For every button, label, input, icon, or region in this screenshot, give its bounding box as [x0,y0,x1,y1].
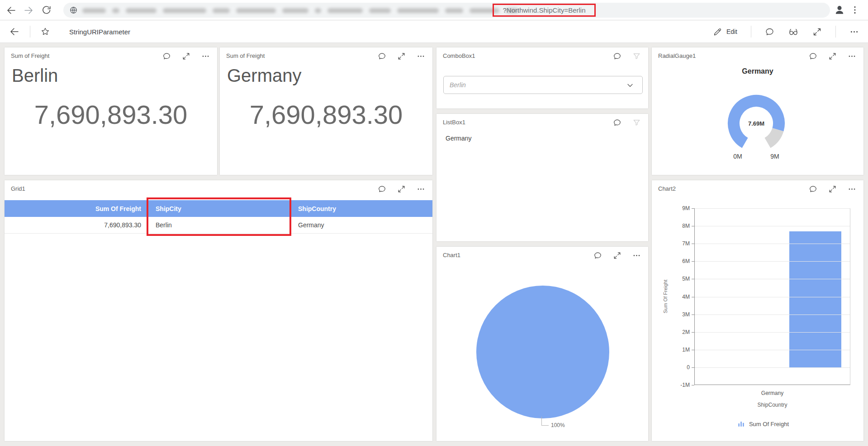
bar-germany[interactable] [789,231,841,367]
more-icon[interactable] [417,52,425,61]
filter-icon[interactable] [632,52,641,61]
browser-back-icon[interactable] [6,5,16,15]
maximize-icon[interactable] [828,185,837,193]
y-axis-tick [692,315,694,315]
gridline [695,332,850,333]
maximize-icon[interactable] [613,251,621,260]
fullscreen-icon[interactable] [812,27,822,37]
y-tick-label: 4M [652,294,690,300]
y-tick-label: 0 [652,364,690,371]
data-grid: Sum Of FreightShipCityShipCountry 7,690,… [5,200,432,234]
kpi-value: 7,690,893.30 [220,102,432,128]
back-button[interactable] [9,26,20,37]
address-bar[interactable]: ?Northwind.ShipCity=Berlin [63,3,830,18]
url-parameter-highlight: ?Northwind.ShipCity=Berlin [493,4,596,17]
kpi-city-label: Berlin [12,66,58,85]
filter-icon[interactable] [632,118,641,127]
combobox-input[interactable] [443,76,643,94]
widget-sum-of-freight-country: Sum of Freight Germany 7,690,893.30 [220,47,432,175]
pie-data-label: 100% [551,422,565,428]
comments-icon[interactable] [765,27,774,37]
widget-actions [613,52,641,61]
more-icon[interactable] [848,185,856,193]
pencil-icon [713,27,722,37]
maximize-icon[interactable] [828,52,837,61]
pie-slice-berlin[interactable] [476,286,609,418]
chart-legend[interactable]: Sum Of Freight [695,420,831,428]
widget-actions [593,251,641,260]
widget-title: ListBox1 [443,119,465,126]
browser-menu-icon[interactable] [850,5,860,15]
widget-actions [378,185,425,193]
grid-column-header[interactable]: ShipCountry [292,200,432,217]
browser-forward-icon[interactable] [23,5,33,15]
y-axis-tick [692,332,694,333]
url-blur-blob [163,8,206,13]
more-icon[interactable] [848,52,856,61]
site-globe-icon [69,6,78,14]
comment-icon[interactable] [613,52,621,61]
gauge-heading: Germany [652,67,863,75]
gauge-value: 7.69M [738,120,774,127]
favorite-star-icon[interactable] [40,27,50,37]
edit-button-label: Edit [726,28,737,35]
comment-icon[interactable] [378,185,386,193]
comment-icon[interactable] [378,52,386,61]
maximize-icon[interactable] [182,52,190,61]
y-axis-tick [692,244,694,244]
comment-icon[interactable] [613,118,621,127]
y-tick-label: 8M [652,223,690,229]
gridline [695,350,850,350]
more-icon[interactable] [201,52,210,61]
widget-actions [378,52,425,61]
url-blur-blob [112,8,119,13]
y-axis-tick [692,350,694,350]
url-blur-blob [126,8,157,13]
edit-button[interactable]: Edit [713,27,737,37]
gauge-max-label: 9M [761,153,788,160]
maximize-icon[interactable] [397,52,406,61]
bar-chart-plot-area [694,208,850,385]
url-blur-blob [236,8,276,13]
url-blur-blob [327,8,363,13]
dashboard-app: ?Northwind.ShipCity=Berlin StringURIPara… [0,0,868,446]
more-icon[interactable] [417,185,425,193]
grid-body: 7,690,893.30BerlinGermany [5,217,432,234]
gridline [695,208,850,209]
comment-icon[interactable] [809,185,817,193]
widget-bar-chart: Chart2 Sum Of Freight 9M8M7M6M5M4M3M2M1M… [652,180,863,441]
more-icon[interactable] [632,251,641,260]
y-tick-label: 3M [652,311,690,318]
widget-grid: Grid1 Sum Of FreightShipCityShipCountry … [5,180,432,441]
gauge-track-arc [768,130,778,143]
gauge-min-label: 0M [724,153,751,160]
comment-icon[interactable] [162,52,171,61]
y-axis-tick [692,297,694,297]
more-options-icon[interactable] [849,27,859,37]
grid-cell[interactable]: Berlin [149,217,292,234]
y-tick-label: 1M [652,347,690,353]
toolbar-divider [835,26,836,38]
widget-actions [613,118,641,127]
grid-data-row[interactable]: 7,690,893.30BerlinGermany [5,217,432,234]
x-tick-label: Germany [694,390,850,396]
url-blur-blob [445,8,463,13]
comment-icon[interactable] [809,52,817,61]
y-tick-label: 2M [652,329,690,335]
legend-bars-icon [737,420,745,428]
grid-column-header[interactable]: Sum Of Freight [5,200,149,217]
comment-icon[interactable] [593,251,602,260]
url-blur-blob [315,8,321,13]
gridline [695,226,850,226]
listbox-item[interactable]: Germany [446,135,472,142]
widget-title: Chart2 [658,185,676,192]
grid-cell[interactable]: Germany [292,217,432,234]
browser-refresh-icon[interactable] [41,5,51,15]
url-blur-blob [82,8,106,13]
browser-profile-icon[interactable] [834,4,845,16]
grid-column-header[interactable]: ShipCity [149,200,292,217]
url-blur-blob [213,8,230,13]
views-glasses-icon[interactable] [788,27,799,37]
grid-cell[interactable]: 7,690,893.30 [5,217,149,234]
maximize-icon[interactable] [397,185,406,193]
